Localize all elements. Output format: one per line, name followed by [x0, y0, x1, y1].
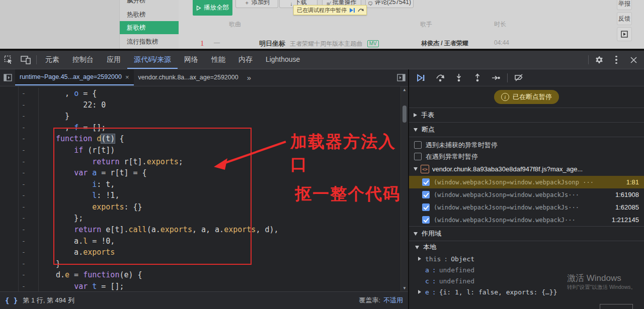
tab-lighthouse[interactable]: Lighthouse	[259, 51, 307, 69]
close-devtools-icon[interactable]	[625, 53, 642, 66]
tab-application[interactable]: 应用	[100, 51, 127, 69]
tab-network[interactable]: 网络	[178, 51, 205, 69]
pause-uncaught-exceptions-row[interactable]: 遇到未捕获的异常时暂停	[409, 139, 644, 151]
scroll-up-arrow[interactable]: ▲	[401, 87, 408, 92]
settings-gear-icon[interactable]	[591, 53, 608, 66]
breakpoint-snippet: (window.webpackJsonp=window.webpackJ···	[434, 217, 608, 224]
paused-on-breakpoint-pill: i 已在断点暂停	[494, 90, 559, 104]
pause-exceptions-label: 在遇到异常时暂停	[426, 152, 478, 161]
line-number-gutter[interactable]: ------------------	[19, 88, 39, 291]
report-button[interactable]: 举报	[617, 0, 632, 10]
breakpoint-row[interactable]: (window.webpackJsonp=window.webpackJs···…	[409, 201, 644, 214]
pause-exceptions-row[interactable]: 在遇到异常时暂停	[409, 151, 644, 162]
step-over-script-icon[interactable]	[358, 8, 364, 13]
play-all-button[interactable]: 播放全部	[193, 0, 232, 16]
cursor-position: 第 1 行, 第 494 列	[23, 296, 74, 305]
show-navigator-icon[interactable]	[0, 71, 15, 84]
breakpoint-file-group[interactable]: <> vendor.chunk.8a93aba30e8daf947f8f.js?…	[409, 162, 644, 176]
sidebar-item-soaring[interactable]: 飙升榜	[120, 0, 185, 7]
sources-status-bar: { } 第 1 行, 第 494 列 覆盖率:不适用	[0, 291, 408, 309]
scrollbar-thumb[interactable]	[403, 106, 407, 123]
coverage-value[interactable]: 不适用	[383, 296, 403, 304]
breakpoint-row-selected[interactable]: (window.webpackJsonp=window.webpackJsonp…	[409, 176, 644, 188]
mv-badge[interactable]: MV	[367, 40, 379, 47]
step-into-button[interactable]	[449, 71, 468, 84]
tab-sources[interactable]: 源代码/来源	[127, 51, 178, 69]
checkbox-unchecked[interactable]	[414, 153, 422, 160]
section-watch[interactable]: 手表	[409, 108, 644, 122]
info-icon: i	[501, 93, 509, 101]
inspect-element-icon[interactable]	[0, 53, 17, 66]
sidebar-item-new-selected[interactable]: 新歌榜	[120, 21, 185, 34]
chart-sidebar: 飙升榜 热歌榜 新歌榜 流行指数榜 腾讯音乐人原创榜	[119, 0, 179, 49]
breakpoints-section-label: 断点	[422, 125, 435, 134]
chevron-down-icon	[414, 128, 418, 132]
file-tab-runtime[interactable]: runtime~Page.45...ax_age=2592000 ×	[15, 69, 134, 85]
coverage-label: 覆盖率:	[359, 296, 380, 304]
comments-button[interactable]: 🗨 评论(257541)	[365, 0, 414, 8]
tab-memory[interactable]: 内存	[232, 51, 259, 69]
close-file-tab-icon[interactable]: ×	[125, 73, 129, 81]
breakpoint-gutter[interactable]	[0, 86, 19, 291]
music-page-top: 飙升榜 热歌榜 新歌榜 流行指数榜 腾讯音乐人原创榜 播放全部 ＋ 添加到 ↓ …	[0, 0, 644, 49]
breakpoint-location: 1:61908	[615, 191, 639, 198]
code-vertical-scrollbar[interactable]: ▲ ▼	[400, 86, 408, 291]
chevron-right-icon[interactable]	[418, 257, 421, 261]
add-to-button[interactable]: ＋ 添加到	[235, 0, 278, 8]
play-icon	[196, 6, 201, 11]
var-name: e	[425, 288, 429, 296]
deactivate-breakpoints-button[interactable]	[510, 71, 528, 84]
file-tab-vendor[interactable]: vendor.chunk.8a...ax_age=2592000	[134, 69, 243, 85]
paused-message: 已在断点暂停	[513, 92, 552, 101]
checkbox-checked[interactable]	[422, 178, 430, 186]
add-to-label: 添加到	[252, 0, 270, 7]
sidebar-item-popularity[interactable]: 流行指数榜	[120, 35, 185, 48]
scope-section-label: 作用域	[422, 229, 441, 238]
scope-var-this[interactable]: this: Object	[409, 253, 644, 264]
song-title-cell[interactable]: 明日坐标 王者荣耀十周年版本主题曲 MV	[259, 39, 379, 48]
file-tab-runtime-label: runtime~Page.45...ax_age=2592000	[20, 73, 122, 80]
step-over-button[interactable]	[431, 71, 449, 84]
watermark-line2: 转到"设置"以激活 Windows。	[567, 284, 636, 291]
step-out-button[interactable]	[468, 71, 487, 84]
section-scope[interactable]: 作用域	[409, 226, 644, 241]
step-button[interactable]	[487, 71, 505, 84]
more-tabs-icon[interactable]: »	[243, 73, 255, 82]
scroll-down-arrow[interactable]: ▼	[401, 286, 408, 290]
breakpoint-row[interactable]: (window.webpackJsonp=window.webpackJs···…	[409, 188, 644, 201]
var-value: undefined	[439, 266, 474, 274]
var-value: {i: 1, l: false, exports: {…}}	[439, 288, 557, 296]
checkbox-checked[interactable]	[422, 203, 430, 211]
partial-dialog-edge	[600, 304, 633, 309]
trend-dash: —	[214, 39, 220, 46]
debugger-toolbar	[409, 69, 644, 86]
checkbox-unchecked[interactable]	[414, 141, 422, 149]
chevron-down-icon	[414, 232, 418, 236]
scope-local-group[interactable]: 本地	[409, 241, 644, 253]
breakpoint-row[interactable]: (window.webpackJsonp=window.webpackJ··· …	[409, 214, 644, 226]
devtools-window: 元素 控制台 应用 源代码/来源 网络 性能 内存 Lighthouse run…	[0, 49, 644, 309]
tab-performance[interactable]: 性能	[205, 51, 232, 69]
music-main-area: 播放全部 ＋ 添加到 ↓ 下载 ≡⁄ 批量操作 🗨 评论(257541) 已在调…	[179, 0, 644, 49]
checkbox-checked[interactable]	[422, 216, 430, 224]
section-breakpoints[interactable]: 断点	[409, 122, 644, 137]
debugger-pane: i 已在断点暂停 手表 断点 遇到未捕获的异常时暂停 在遇到异常时暂停	[409, 69, 644, 309]
chevron-right-icon[interactable]	[418, 290, 421, 294]
sidebar-item-hot[interactable]: 热歌榜	[120, 8, 185, 21]
toolbar-right-separator	[588, 55, 589, 64]
feedback-button[interactable]: 反馈	[617, 12, 632, 25]
resume-script-icon[interactable]	[349, 8, 355, 13]
tab-elements[interactable]: 元素	[39, 51, 66, 69]
var-name: a	[425, 266, 429, 274]
tab-console[interactable]: 控制台	[66, 51, 100, 69]
device-toolbar-icon[interactable]	[17, 53, 34, 66]
code-editor[interactable]: ------------------ , o = { 22: 0 } , f =…	[0, 86, 408, 291]
song-artist[interactable]: 林俊杰 / 王者荣耀	[421, 39, 468, 48]
resume-button[interactable]	[412, 71, 431, 84]
mini-player-button[interactable]	[617, 27, 632, 41]
kebab-menu-icon[interactable]	[608, 53, 625, 66]
paused-in-debugger-toast: 已在调试程序中暂停	[293, 5, 367, 15]
pretty-print-icon[interactable]: { }	[5, 296, 18, 304]
checkbox-checked[interactable]	[422, 191, 430, 198]
show-debugger-panel-icon[interactable]	[394, 71, 408, 84]
